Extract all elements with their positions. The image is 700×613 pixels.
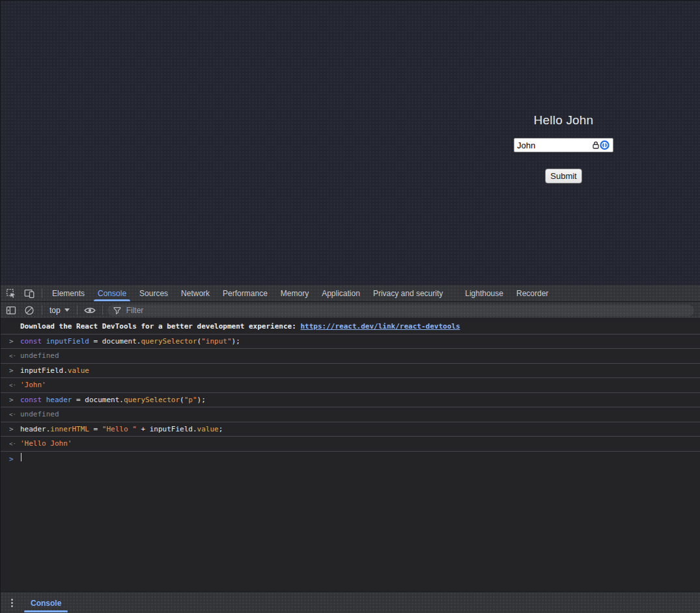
console-token: querySelector [124, 396, 180, 404]
console-token: ); [197, 396, 206, 404]
divider [42, 288, 42, 298]
console-token: ); [232, 337, 240, 346]
tab-memory[interactable]: Memory [274, 285, 315, 301]
tab-label: Application [322, 289, 360, 298]
console-text: Download the React DevTools for a better… [20, 319, 460, 334]
device-toolbar-icon[interactable] [23, 287, 36, 300]
console-token: "p" [184, 396, 197, 404]
console-messages: Download the React DevTools for a better… [1, 319, 700, 592]
console-text: const header = document.querySelector("p… [20, 393, 206, 407]
context-selector-label: top [49, 306, 61, 315]
tab-application[interactable]: Application [315, 285, 367, 301]
console-result-row: <·'John' [1, 378, 700, 393]
console-token: ( [180, 396, 184, 404]
result-marker-icon: <· [9, 408, 20, 422]
result-marker-icon: <· [9, 437, 20, 451]
console-command-row: >const header = document.querySelector("… [1, 393, 700, 407]
onepassword-icon[interactable] [600, 141, 609, 150]
tab-label: Elements [52, 289, 85, 298]
submit-button[interactable]: Submit [545, 169, 582, 184]
console-token: inputField [46, 337, 89, 346]
tab-network[interactable]: Network [175, 285, 216, 301]
console-result-row: <·undefined [1, 407, 700, 422]
console-text: inputField.value [20, 364, 89, 377]
inspect-element-icon[interactable] [5, 287, 18, 300]
tab-privacy-and-security[interactable]: Privacy and security [367, 285, 449, 301]
console-token: undefined [20, 351, 59, 360]
console-text: header.innerHTML = "Hello " + inputField… [20, 422, 223, 436]
text-cursor [21, 453, 21, 461]
result-marker-icon: <· [9, 379, 20, 392]
clear-console-icon[interactable] [23, 304, 36, 317]
console-token: ; [219, 425, 223, 433]
lock-icon[interactable] [592, 141, 600, 150]
tab-label: Lighthouse [465, 289, 503, 298]
tab-label: Network [181, 289, 210, 298]
name-input-wrap [514, 138, 613, 152]
tab-label: Memory [281, 289, 309, 298]
command-marker-icon: > [9, 422, 20, 436]
console-token: undefined [20, 410, 59, 418]
tab-label: Privacy and security [373, 289, 443, 298]
devtools-panel: ElementsConsoleSourcesNetworkPerformance… [1, 285, 700, 613]
console-token: inputField. [20, 366, 68, 375]
tab-lighthouse[interactable]: Lighthouse [458, 285, 510, 301]
tab-label: Recorder [516, 289, 548, 298]
context-selector[interactable]: top [46, 306, 74, 315]
command-marker-icon: > [9, 334, 20, 348]
console-token: value [197, 425, 219, 433]
drawer-tab-console[interactable]: Console [23, 592, 69, 613]
kebab-menu-icon[interactable] [6, 592, 18, 613]
page-heading: Hello John [514, 113, 613, 128]
divider [42, 305, 42, 315]
console-token: innerHTML [50, 425, 89, 433]
console-link[interactable]: https://react.dev/link/react-devtools [300, 322, 460, 331]
console-filter[interactable] [107, 305, 694, 316]
tab-performance[interactable]: Performance [216, 285, 274, 301]
console-text: undefined [20, 349, 59, 362]
tab-recorder[interactable]: Recorder [510, 285, 555, 301]
console-text: undefined [20, 407, 59, 421]
web-page: Hello John Submit [1, 1, 700, 285]
console-token: const [20, 337, 46, 346]
live-expression-eye-icon[interactable] [83, 304, 96, 317]
tab-sources[interactable]: Sources [133, 285, 175, 301]
command-marker-icon: > [9, 393, 20, 407]
console-token: + inputField. [137, 425, 197, 433]
console-token: querySelector [141, 337, 197, 346]
screen: Hello John Submit [0, 0, 700, 613]
console-text: const inputField = document.querySelecto… [20, 334, 240, 348]
console-result-row: <·'Hello John' [1, 437, 700, 452]
console-sidebar-icon[interactable] [5, 304, 18, 317]
console-command-row: >header.innerHTML = "Hello " + inputFiel… [1, 422, 700, 437]
console-token: Download the React DevTools for a better… [20, 322, 300, 331]
console-info-row: Download the React DevTools for a better… [1, 319, 700, 334]
chevron-down-icon [64, 308, 70, 312]
result-marker-icon: <· [9, 349, 20, 363]
console-token: 'John' [20, 381, 46, 389]
tab-elements[interactable]: Elements [46, 285, 91, 301]
console-token: = document. [72, 396, 124, 404]
console-command-row: >inputField.value [1, 364, 700, 378]
console-token: value [68, 366, 89, 375]
command-marker-icon: > [9, 364, 20, 377]
filter-input[interactable] [126, 306, 689, 315]
console-token: = [89, 425, 102, 433]
prompt-chevron-icon: > [9, 452, 20, 467]
console-text: 'Hello John' [20, 437, 72, 450]
console-token: header. [20, 425, 50, 433]
tab-label: Sources [139, 289, 168, 298]
divider [102, 305, 103, 315]
console-token: "input" [201, 337, 231, 346]
drawer-tab-label: Console [31, 599, 61, 608]
console-result-row: <·undefined [1, 349, 700, 364]
console-prompt[interactable]: > [1, 452, 700, 467]
tab-label: Console [98, 289, 126, 298]
console-command-row: >const inputField = document.querySelect… [1, 334, 700, 349]
tab-console[interactable]: Console [91, 285, 133, 301]
tab-label: Performance [223, 289, 268, 298]
drawer-bar: Console [1, 592, 700, 613]
devtools-tabbar: ElementsConsoleSourcesNetworkPerformance… [1, 285, 700, 302]
console-text: 'John' [20, 378, 46, 392]
filter-funnel-icon [113, 306, 122, 315]
